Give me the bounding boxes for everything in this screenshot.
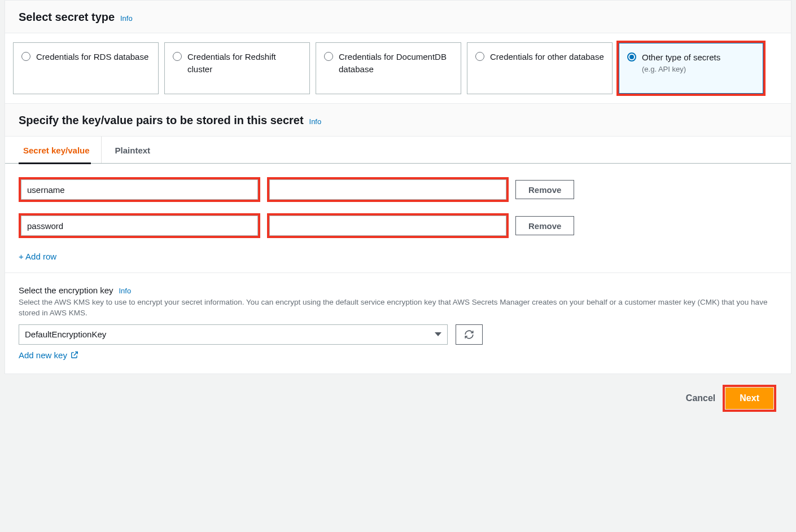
tab-plaintext[interactable]: Plaintext	[102, 137, 162, 163]
kv-value-wrap	[267, 177, 509, 202]
radio-icon	[21, 52, 30, 61]
encryption-description: Select the AWS KMS key to use to encrypt…	[19, 297, 777, 319]
encryption-key-selected-value: DefaultEncryptionKey	[25, 329, 106, 339]
select-secret-type-title: Select secret type	[19, 11, 115, 23]
cancel-button[interactable]: Cancel	[686, 393, 715, 403]
add-row-link[interactable]: + Add row	[19, 252, 56, 261]
add-new-key-link[interactable]: Add new key	[19, 350, 78, 360]
type-card-label: Credentials for other database	[490, 51, 604, 63]
type-card-documentdb[interactable]: Credentials for DocumentDB database	[316, 42, 461, 94]
kv-section-title: Specify the key/value pairs to be stored…	[19, 114, 304, 126]
radio-icon	[173, 52, 182, 61]
add-new-key-label: Add new key	[19, 350, 67, 360]
type-card-rds[interactable]: Credentials for RDS database	[13, 42, 159, 94]
radio-icon	[475, 52, 484, 61]
secret-type-panel: Select secret type Info Credentials for …	[5, 0, 791, 374]
radio-icon	[324, 52, 333, 61]
refresh-button[interactable]	[456, 324, 483, 345]
type-card-other-db[interactable]: Credentials for other database	[467, 42, 613, 94]
remove-row-button[interactable]: Remove	[515, 180, 574, 199]
encryption-key-select[interactable]: DefaultEncryptionKey	[19, 324, 448, 345]
kv-key-wrap	[19, 213, 260, 238]
external-link-icon	[71, 351, 78, 359]
type-card-redshift[interactable]: Credentials for Redshift cluster	[164, 42, 310, 94]
encryption-title: Select the encryption key	[19, 285, 113, 295]
radio-icon	[627, 52, 636, 61]
kv-key-input[interactable]	[21, 216, 258, 236]
refresh-icon	[464, 329, 474, 340]
kv-value-input[interactable]	[269, 216, 506, 236]
select-secret-type-info-link[interactable]: Info	[120, 14, 133, 23]
secret-type-grid: Credentials for RDS database Credentials…	[5, 33, 791, 103]
type-card-text: Other type of secrets (e.g. API key)	[642, 51, 720, 73]
type-card-label: Credentials for RDS database	[36, 51, 148, 63]
kv-key-wrap	[19, 177, 260, 202]
wizard-footer: Cancel Next	[0, 374, 796, 423]
kv-value-wrap	[267, 213, 509, 238]
next-button[interactable]: Next	[725, 388, 773, 409]
encryption-row: DefaultEncryptionKey	[19, 324, 777, 345]
kv-value-input[interactable]	[269, 179, 506, 200]
kv-key-input[interactable]	[21, 179, 258, 200]
kv-row: Remove	[19, 213, 777, 238]
tab-secret-key-value[interactable]: Secret key/value	[19, 137, 102, 163]
encryption-info-link[interactable]: Info	[119, 287, 131, 295]
type-card-sublabel: (e.g. API key)	[642, 65, 720, 73]
type-card-other-secrets[interactable]: Other type of secrets (e.g. API key)	[618, 42, 764, 94]
type-card-label: Other type of secrets	[642, 51, 720, 64]
chevron-down-icon	[435, 332, 441, 336]
remove-row-button[interactable]: Remove	[515, 216, 574, 235]
select-secret-type-header: Select secret type Info	[5, 1, 791, 33]
type-card-label: Credentials for DocumentDB database	[339, 51, 453, 76]
kv-row: Remove	[19, 177, 777, 202]
kv-area: Remove Remove + Add row	[5, 164, 791, 272]
kv-section-info-link[interactable]: Info	[309, 117, 322, 126]
type-card-label: Credentials for Redshift cluster	[187, 51, 301, 76]
kv-tabs: Secret key/value Plaintext	[5, 137, 791, 164]
encryption-section: Select the encryption key Info Select th…	[5, 272, 791, 373]
kv-section-header: Specify the key/value pairs to be stored…	[5, 103, 791, 137]
